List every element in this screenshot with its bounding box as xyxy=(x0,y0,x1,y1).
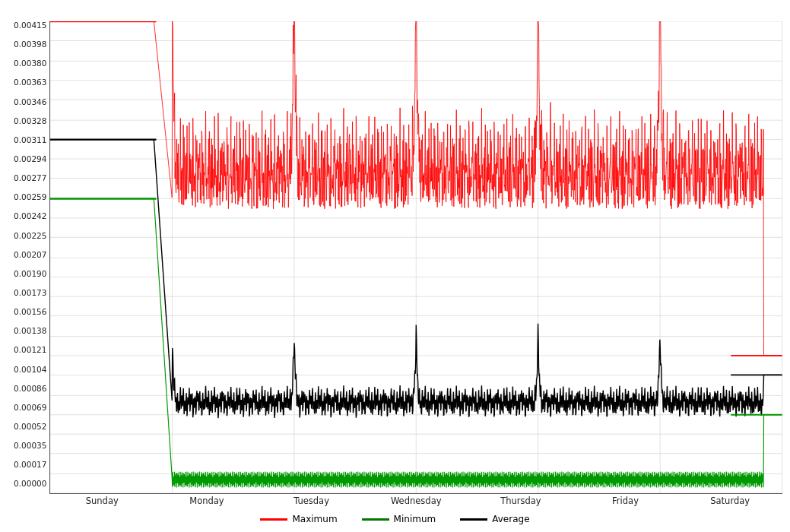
x-axis-label: Friday xyxy=(573,496,678,506)
y-tick: 0.00121 xyxy=(14,346,46,354)
y-tick: 0.00069 xyxy=(14,404,46,412)
legend-line xyxy=(362,518,389,521)
legend-item: Maximum xyxy=(260,514,337,524)
y-tick: 0.00225 xyxy=(14,232,46,240)
y-tick: 0.00086 xyxy=(14,385,46,393)
x-axis-label: Sunday xyxy=(49,496,154,506)
x-axis-label: Wednesday xyxy=(363,496,468,506)
y-tick: 0.00000 xyxy=(14,480,46,488)
y-tick: 0.00190 xyxy=(14,270,46,278)
legend-label: Minimum xyxy=(394,514,436,524)
plot-svg xyxy=(50,21,782,493)
legend-item: Average xyxy=(460,514,529,524)
x-axis-label: Thursday xyxy=(468,496,573,506)
legend-item: Minimum xyxy=(362,514,436,524)
y-tick: 0.00398 xyxy=(14,40,46,49)
y-tick: 0.00328 xyxy=(14,117,46,125)
y-tick: 0.00380 xyxy=(14,59,46,68)
y-tick: 0.00173 xyxy=(14,289,46,297)
chart-area: 0.004150.003980.003800.003630.003460.003… xyxy=(8,21,782,506)
y-tick: 0.00259 xyxy=(14,193,46,201)
y-tick: 0.00415 xyxy=(14,21,46,30)
y-tick: 0.00052 xyxy=(14,423,46,431)
y-tick: 0.00156 xyxy=(14,308,46,316)
x-axis-label: Tuesday xyxy=(259,496,364,506)
y-tick: 0.00277 xyxy=(14,174,46,182)
plot-and-x: SundayMondayTuesdayWednesdayThursdayFrid… xyxy=(49,21,782,506)
y-tick: 0.00017 xyxy=(14,461,46,469)
y-tick: 0.00294 xyxy=(14,155,46,163)
legend-label: Maximum xyxy=(292,514,337,524)
y-tick: 0.00311 xyxy=(14,136,46,144)
legend-label: Average xyxy=(492,514,529,524)
chart-container: 0.004150.003980.003800.003630.003460.003… xyxy=(0,0,790,532)
legend-line xyxy=(460,518,487,521)
x-axis-label: Saturday xyxy=(677,496,782,506)
y-tick: 0.00346 xyxy=(14,98,46,106)
y-axis-ticks: 0.004150.003980.003800.003630.003460.003… xyxy=(14,21,49,506)
y-tick: 0.00104 xyxy=(14,366,46,374)
legend-line xyxy=(260,518,287,521)
legend: MaximumMinimumAverage xyxy=(260,514,529,524)
y-tick: 0.00207 xyxy=(14,251,46,259)
y-tick: 0.00035 xyxy=(14,442,46,450)
plot-wrapper xyxy=(49,21,782,494)
y-tick: 0.00242 xyxy=(14,212,46,220)
x-axis-labels: SundayMondayTuesdayWednesdayThursdayFrid… xyxy=(49,494,782,506)
x-axis-label: Monday xyxy=(154,496,259,506)
y-tick: 0.00363 xyxy=(14,78,46,87)
y-tick: 0.00138 xyxy=(14,327,46,335)
y-axis-label xyxy=(8,21,14,506)
